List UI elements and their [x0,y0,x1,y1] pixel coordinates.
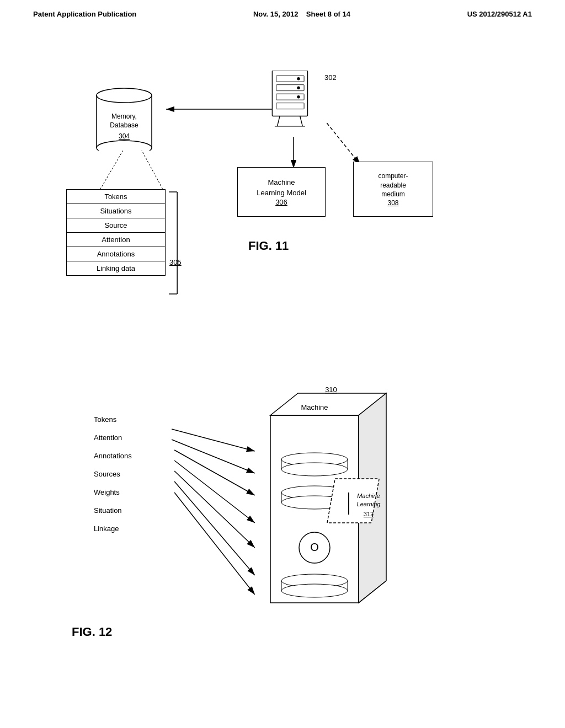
svg-line-32 [174,481,255,575]
header-patent-number: US 2012/290512 A1 [467,10,532,18]
list-item-annotations: Annotations [94,452,154,460]
svg-text:O: O [310,541,319,553]
server-svg [265,71,320,131]
list-item-linkage: Linkage [94,524,154,533]
fig11-diagram: Memory, Database 304 [33,46,532,388]
header-sheet: Sheet 8 of 14 [306,10,350,18]
header-publisher: Patent Application Publication [33,10,136,18]
table-row: Situations [67,204,166,218]
table-row: Attention [67,233,166,247]
svg-text:Database: Database [110,121,138,129]
table-cell: Source [67,218,166,233]
table-row: Tokens [67,190,166,204]
svg-point-17 [297,77,300,81]
header-date: Nov. 15, 2012 [253,10,298,18]
table-cell: Tokens [67,190,166,204]
svg-line-23 [278,116,280,126]
svg-line-31 [174,471,255,548]
svg-rect-22 [276,103,304,109]
svg-text:Memory,: Memory, [111,113,137,120]
machine-3d-box: O Machine 310 Machine Learning 312 [254,382,397,619]
crm-box: computer-readablemedium 308 [353,162,433,217]
server-device [265,71,320,131]
svg-line-4 [100,148,125,190]
svg-text:310: 310 [325,386,337,394]
list-item-situation: Situation [94,506,154,515]
ref-305: 305 [169,258,182,266]
table-cell: Attention [67,233,166,247]
fig12-items-list: Tokens Attention Annotations Sources Wei… [94,415,154,543]
ml-model-label: MachineLearning Model [257,178,306,197]
svg-point-19 [297,86,300,89]
table-row: Source [67,218,166,233]
list-item-attention: Attention [94,433,154,442]
list-item-weights: Weights [94,488,154,496]
header-date-sheet: Nov. 15, 2012 Sheet 8 of 14 [253,10,350,18]
svg-line-30 [174,461,255,523]
svg-line-24 [300,116,303,126]
svg-text:Machine: Machine [301,403,328,411]
svg-line-3 [327,123,360,164]
main-content: Memory, Database 304 [0,24,565,675]
list-item-sources: Sources [94,470,154,478]
svg-point-41 [281,463,348,476]
svg-line-33 [174,493,255,595]
ref-302: 302 [324,73,337,82]
svg-point-11 [97,88,152,103]
svg-line-5 [141,149,163,190]
svg-text:304: 304 [119,132,130,140]
ref-306: 306 [275,198,287,206]
fig11-caption: FIG. 11 [248,239,289,253]
svg-point-51 [281,584,348,597]
fig12-caption: FIG. 12 [72,625,112,639]
database-table: Tokens Situations Source Attention Annot… [66,189,166,276]
svg-line-27 [172,429,255,451]
table-row: Annotations [67,247,166,261]
ml-model-box: MachineLearning Model 306 [237,167,326,217]
table-cell: Situations [67,204,166,218]
ref-308: 308 [387,199,398,207]
table-cell: Linking data [67,261,166,276]
crm-label: computer-readablemedium [378,172,408,199]
memory-database-cylinder: Memory, Database 304 [88,79,160,151]
cylinder-svg: Memory, Database 304 [88,79,160,151]
fig12-diagram: Tokens Attention Annotations Sources Wei… [33,371,532,663]
svg-text:Learning: Learning [357,501,381,507]
svg-point-21 [297,95,300,99]
svg-line-29 [174,450,255,495]
svg-text:Machine: Machine [357,493,380,499]
list-item-tokens: Tokens [94,415,154,424]
svg-line-28 [172,440,255,473]
table-row: Linking data [67,261,166,276]
table-cell: Annotations [67,247,166,261]
page-header: Patent Application Publication Nov. 15, … [0,0,565,24]
machine-3d-svg: O Machine 310 Machine Learning 312 [254,382,397,619]
svg-text:312: 312 [364,511,374,517]
